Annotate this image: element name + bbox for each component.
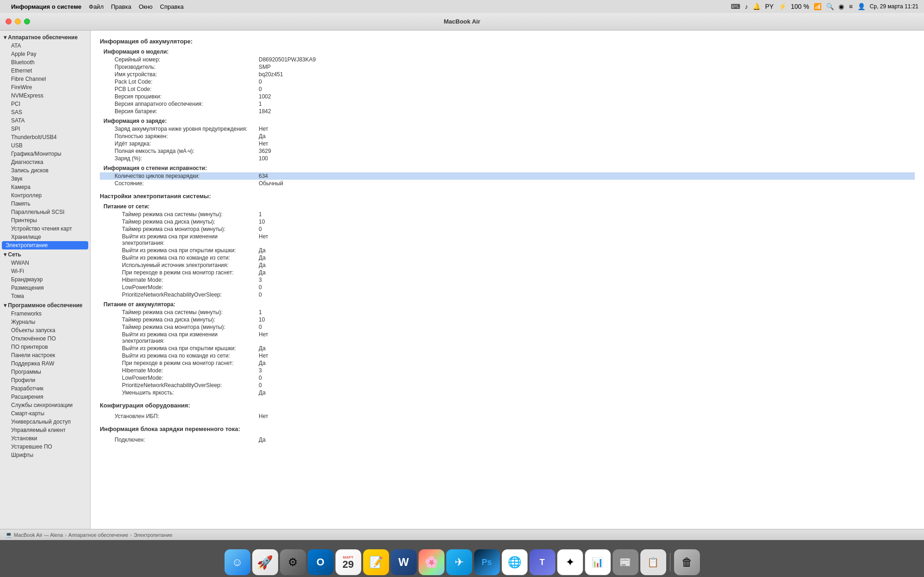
sidebar-item-applepay[interactable]: Apple Pay [0,50,90,58]
control-center-icon[interactable]: ≡ [849,3,852,10]
sidebar-item-startup[interactable]: Объекты запуска [0,326,90,334]
pycharm-icon[interactable]: PY [765,3,774,10]
dock-item-finder[interactable]: ☺ [225,549,250,575]
menu-edit[interactable]: Правка [107,2,135,11]
dock-item-word[interactable]: W [391,549,417,575]
sidebar-item-printers[interactable]: Принтеры [0,216,90,225]
siri-icon[interactable]: ◉ [839,3,844,10]
sidebar-item-firewire[interactable]: FireWire [0,83,90,91]
sidebar-item-cardreader[interactable]: Устройство чтения карт [0,225,90,233]
sidebar-item-managed-client[interactable]: Управляемый клиент [0,426,90,434]
table-row: Таймер режима сна системы (минуты): 1 [100,211,915,218]
row-label: Hibernate Mode: [100,276,257,284]
dock-item-reader[interactable]: 📰 [613,549,638,575]
sidebar-item-installs[interactable]: Установки [0,434,90,443]
dock-item-calendar[interactable]: МАРТ 29 [335,549,361,575]
sidebar-item-fibrechannel[interactable]: Fibre Channel [0,75,90,83]
sidebar-item-controller[interactable]: Контроллер [0,191,90,200]
sidebar-group-hardware: ▾ Аппаратное обеспечение [0,32,90,42]
sidebar-item-frameworks[interactable]: Frameworks [0,310,90,318]
sidebar-item-logs[interactable]: Журналы [0,318,90,326]
sidebar-item-printer-sw[interactable]: ПО принтеров [0,343,90,351]
dock-item-activity[interactable]: 📊 [585,549,611,575]
sidebar-item-bluetooth[interactable]: Bluetooth [0,58,90,67]
sidebar-item-sas[interactable]: SAS [0,108,90,116]
wifi-icon[interactable]: 📶 [814,3,821,10]
menu-app-name[interactable]: Информация о системе [7,2,85,11]
sidebar-item-prefpanes[interactable]: Панели настроек [0,351,90,359]
sidebar-item-memory[interactable]: Память [0,200,90,208]
table-row: Pack Lot Code: 0 [100,78,915,85]
sidebar-item-extensions[interactable]: Расширения [0,393,90,401]
close-button[interactable] [6,18,12,24]
dock-item-outlook[interactable]: O [308,549,334,575]
user-icon[interactable]: 👤 [857,3,865,10]
sidebar-item-pci[interactable]: PCI [0,100,90,108]
dock-item-list[interactable]: 📋 [640,549,666,575]
dock-item-photoshop[interactable]: Ps [474,549,500,575]
menu-window[interactable]: Окно [135,2,156,11]
battery-power-section: Питание от аккумулятора: [103,301,915,308]
sidebar-item-parallelscsi[interactable]: Параллельный SCSI [0,208,90,216]
sidebar-item-storage[interactable]: Хранилище [0,233,90,241]
sidebar-item-ethernet[interactable]: Ethernet [0,67,90,75]
hardware-config-table: Установлен ИБП: Нет [100,413,915,420]
sidebar-item-developer[interactable]: Разработчик [0,384,90,393]
table-row: Таймер режима сна монитора (минуты): 0 [100,225,915,233]
sidebar-item-raw-support[interactable]: Поддержка RAW [0,359,90,368]
sidebar-item-sync[interactable]: Службы синхронизации [0,401,90,409]
maximize-button[interactable] [24,18,30,24]
sidebar-item-smartcards[interactable]: Смарт-карты [0,409,90,418]
menu-help[interactable]: Справка [156,2,187,11]
sidebar-item-locations[interactable]: Размещения [0,284,90,292]
dock-item-telegram[interactable]: ✈ [446,549,472,575]
sidebar-item-sata[interactable]: SATA [0,116,90,125]
keyboard-icon[interactable]: ⌨ [731,3,740,10]
dock-item-trash[interactable]: 🗑 [674,549,700,575]
dock-item-notes[interactable]: 📝 [363,549,389,575]
dock-item-teams[interactable]: T [529,549,555,575]
notification-icon[interactable]: 🔔 [753,3,760,10]
row-label: При переходе в режим сна монитор гаснет: [100,359,257,367]
sidebar-item-nvmexpress[interactable]: NVMExpress [0,91,90,100]
dock-item-chrome[interactable]: 🌐 [502,549,528,575]
table-row: Полностью заряжен: Да [100,133,915,140]
dock-item-launchpad[interactable]: 🚀 [252,549,278,575]
sidebar-item-disabled-sw[interactable]: Отключённое ПО [0,334,90,343]
menu-file[interactable]: Файл [85,2,107,11]
sidebar-item-wifi[interactable]: Wi-Fi [0,267,90,275]
sidebar-item-volumes[interactable]: Тома [0,292,90,300]
sidebar-item-sound[interactable]: Звук [0,175,90,183]
sidebar-item-thunderbolt[interactable]: Thunderbolt/USB4 [0,133,90,141]
sidebar-item-ata[interactable]: ATA [0,42,90,50]
sidebar-item-diagnostics[interactable]: Диагностика [0,158,90,166]
sidebar-item-usb[interactable]: USB [0,141,90,150]
row-label: Выйти из режима сна по команде из сети: [100,352,257,359]
dock-item-figma[interactable]: ✦ [557,549,583,575]
row-value: 0 [257,284,915,291]
dock-item-syspref[interactable]: ⚙ [280,549,306,575]
sidebar-item-fonts[interactable]: Шрифты [0,451,90,459]
search-icon[interactable]: 🔍 [826,3,834,10]
table-row: Hibernate Mode: 3 [100,276,915,284]
sidebar-item-legacy-sw[interactable]: Устаревшее ПО [0,443,90,451]
sidebar-item-apps[interactable]: Программы [0,368,90,376]
sidebar-item-accessibility[interactable]: Универсальный доступ [0,418,90,426]
sidebar-item-wwan[interactable]: WWAN [0,259,90,267]
row-value: 3629 [257,147,915,155]
sidebar-item-power[interactable]: Электропитание [2,241,88,249]
row-label: Заряд (%): [100,155,257,162]
sidebar-item-profiles[interactable]: Профили [0,376,90,384]
bluetooth-icon[interactable]: ⚡ [778,3,786,10]
dock-item-photos[interactable]: 🌸 [419,549,444,575]
row-value: 3 [257,276,915,284]
sidebar-item-diskburn[interactable]: Запись дисков [0,166,90,175]
sidebar-item-firewall[interactable]: Брандмауэр [0,275,90,284]
row-value: Да [257,269,915,276]
sidebar-item-graphics[interactable]: Графика/Мониторы [0,150,90,158]
sidebar-item-camera[interactable]: Камера [0,183,90,191]
minimize-button[interactable] [15,18,21,24]
music-icon[interactable]: ♪ [745,3,748,10]
table-row: Подключен: Да [100,436,915,443]
sidebar-item-spi[interactable]: SPI [0,125,90,133]
